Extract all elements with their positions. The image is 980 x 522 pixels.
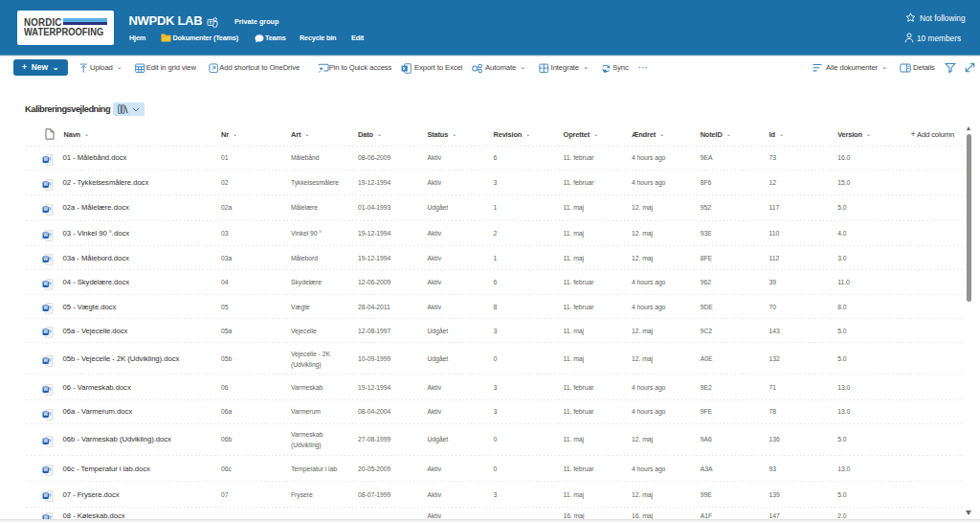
svg-text:W: W: [43, 306, 48, 310]
svg-text:W: W: [43, 207, 48, 212]
svg-text:W: W: [43, 358, 48, 363]
svg-text:W: W: [43, 493, 48, 498]
svg-text:W: W: [43, 412, 48, 417]
svg-text:W: W: [43, 157, 48, 162]
svg-text:W: W: [43, 282, 48, 286]
svg-text:W: W: [43, 467, 48, 472]
svg-text:W: W: [43, 258, 48, 262]
svg-text:W: W: [43, 440, 48, 444]
svg-text:W: W: [43, 330, 48, 335]
svg-text:W: W: [43, 387, 48, 392]
svg-text:W: W: [43, 233, 48, 238]
svg-text:W: W: [43, 182, 48, 187]
